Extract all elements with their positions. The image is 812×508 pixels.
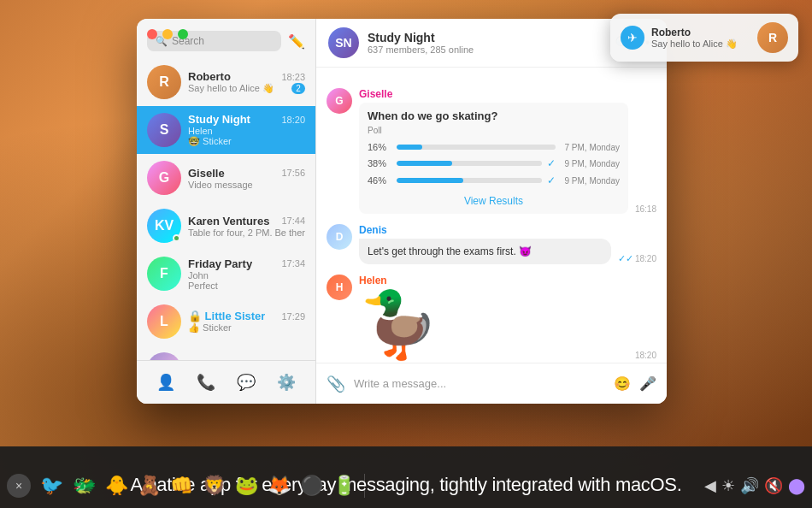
settings-button[interactable]: ⚙️: [274, 369, 299, 395]
avatar-msg-helen: H: [327, 275, 352, 300]
poll-question: When do we go skating?: [368, 109, 620, 122]
chat-preview-little-sister: 👍 Sticker: [188, 322, 305, 334]
dock-close-button[interactable]: ×: [7, 474, 31, 498]
chat-header-avatar: SN: [328, 27, 359, 58]
avatar-study-night: S: [147, 113, 181, 147]
avatar-roberto: R: [147, 65, 181, 99]
emoji-button[interactable]: 😊: [614, 375, 631, 392]
message-helen: H Helen 🦆 18:20: [327, 275, 656, 360]
dock-item-fist[interactable]: 👊: [166, 470, 197, 501]
chat-item-study-night[interactable]: S Study Night 18:20 Helen 🤓 Sticker: [137, 106, 315, 154]
chat-name-giselle: Giselle: [188, 167, 225, 180]
chat-info-karen: Karen Ventures 17:44 Table for four, 2 P…: [188, 215, 305, 238]
chat-time-giselle: 17:56: [281, 168, 305, 178]
avatar-karen: KV: [147, 209, 181, 243]
compose-button[interactable]: ✏️: [288, 33, 305, 50]
chat-header-status: 637 members, 285 online: [368, 44, 606, 55]
chat-name-little-sister: 🔒 Little Sister: [188, 310, 265, 322]
poll-bar-bg-1: [397, 145, 556, 150]
msg-sender-denis: Denis: [359, 224, 611, 236]
chat-header-name: Study Night: [368, 31, 606, 44]
poll-bar-bg-2: [397, 161, 542, 166]
chat-time-karen: 17:44: [281, 216, 305, 226]
chat-list: R Roberto 18:23 Say hello to Alice 👋 2: [137, 58, 315, 360]
msg-sender-helen: Helen: [359, 275, 628, 286]
chat-info-study-night: Study Night 18:20 Helen 🤓 Sticker: [188, 113, 305, 147]
contacts-button[interactable]: 👤: [153, 369, 179, 395]
poll-bar-fill-1: [397, 145, 422, 150]
online-indicator-karen: [173, 234, 180, 242]
mute-icon[interactable]: 🔇: [764, 476, 783, 495]
dock-item-frog[interactable]: 🐸: [231, 470, 262, 501]
poll-check-2: ✓: [547, 157, 556, 169]
chat-time-friday: 17:34: [281, 258, 305, 269]
poll-pct-2: 38%: [368, 158, 391, 168]
input-area: 📎 Write a message... 😊 🎤: [316, 363, 667, 404]
msg-content-denis: Denis Let's get through the exams first.…: [359, 224, 611, 264]
chats-button[interactable]: 💬: [233, 369, 259, 395]
message-input[interactable]: Write a message...: [354, 372, 605, 395]
notification-message: Say hello to Alice 👋: [651, 38, 750, 50]
poll-option-3: 46% ✓ 9 PM, Monday: [368, 174, 620, 186]
chat-item-roberto[interactable]: R Roberto 18:23 Say hello to Alice 👋 2: [137, 58, 315, 106]
poll-time-2: 9 PM, Monday: [564, 159, 619, 168]
minimize-button[interactable]: [162, 29, 173, 39]
chat-name-friday: Friday Party: [188, 257, 252, 270]
chat-item-cat-videos[interactable]: C Cat Videos 15:54 Video: [137, 346, 315, 360]
chat-preview-friday-text: Perfect: [188, 281, 305, 291]
dock-item-chick[interactable]: 🐥: [101, 470, 132, 501]
msg-content-helen: Helen 🦆: [359, 275, 628, 360]
msg-time-denis: ✓✓ 18:20: [618, 253, 656, 264]
siri-icon[interactable]: ⬤: [788, 476, 805, 495]
view-results-button[interactable]: View Results: [368, 192, 620, 207]
dock-item-black[interactable]: ⚫: [296, 470, 327, 501]
chat-name-cat-videos: Cat Videos: [188, 358, 245, 361]
app-content: 🔍 Search ✏️ R Roberto 18:23 Say hell: [137, 19, 667, 404]
chat-time-roberto: 18:23: [281, 72, 305, 82]
dock-item-bird[interactable]: 🐦: [36, 470, 67, 501]
chat-info-friday: Friday Party 17:34 John Perfect: [188, 257, 305, 291]
msg-sender-giselle: Giselle: [359, 88, 628, 100]
chat-item-giselle[interactable]: G Giselle 17:56 Video message: [137, 154, 315, 202]
sticker-duck: 🦆: [359, 289, 628, 360]
poll-bar-bg-3: [397, 178, 542, 183]
avatar-friday: F: [147, 257, 181, 291]
voice-button[interactable]: 🎤: [639, 375, 656, 392]
chat-header-info: Study Night 637 members, 285 online: [368, 31, 606, 55]
window-controls: [147, 29, 188, 39]
chat-info-cat-videos: Cat Videos 15:54 Video: [188, 358, 305, 361]
avatar-little-sister: L: [147, 304, 181, 339]
chat-item-little-sister[interactable]: L 🔒 Little Sister 17:29 👍 Sticker: [137, 298, 315, 346]
calls-button[interactable]: 📞: [193, 369, 219, 395]
chat-area: SN Study Night 637 members, 285 online 🔍…: [316, 19, 667, 404]
poll-pct-1: 16%: [368, 142, 391, 152]
poll-time-3: 9 PM, Monday: [564, 176, 619, 186]
dock-item-fox[interactable]: 🦊: [263, 470, 294, 501]
poll-option-2: 38% ✓ 9 PM, Monday: [368, 157, 620, 169]
dock-item-lion[interactable]: 🦁: [198, 470, 229, 501]
dock-item-battery[interactable]: 🔋: [328, 470, 359, 501]
dock-separator: [364, 474, 365, 498]
close-button[interactable]: [147, 29, 157, 39]
brightness-icon[interactable]: ☀: [721, 476, 735, 495]
chat-item-friday[interactable]: F Friday Party 17:34 John Perfect: [137, 250, 315, 298]
dock-item-dragon[interactable]: 🐲: [68, 470, 99, 501]
maximize-button[interactable]: [178, 29, 188, 39]
chat-item-karen[interactable]: KV Karen Ventures 17:44 Table for four, …: [137, 202, 315, 250]
dock-item-bear[interactable]: 🧸: [133, 470, 164, 501]
chat-preview-roberto: Say hello to Alice 👋: [188, 83, 274, 94]
msg-content-giselle: Giselle When do we go skating? Poll 16% …: [359, 88, 628, 214]
notification-popup[interactable]: ✈ Roberto Say hello to Alice 👋 R: [610, 14, 798, 62]
poll-pct-3: 46%: [368, 175, 391, 186]
volume-icon[interactable]: 🔊: [740, 476, 759, 495]
chat-preview-study-night: Helen: [188, 126, 305, 136]
chat-info-roberto: Roberto 18:23 Say hello to Alice 👋 2: [188, 70, 305, 94]
chat-preview-friday-name: John: [188, 270, 305, 281]
check-icon: ✓✓: [618, 253, 633, 264]
badge-roberto: 2: [291, 83, 305, 94]
back-button[interactable]: ◀: [704, 476, 716, 495]
notification-content: Roberto Say hello to Alice 👋: [651, 27, 750, 50]
chat-info-little-sister: 🔒 Little Sister 17:29 👍 Sticker: [188, 310, 305, 334]
attach-button[interactable]: 📎: [327, 375, 345, 393]
sidebar-bottom: 👤 📞 💬 ⚙️: [137, 360, 315, 404]
